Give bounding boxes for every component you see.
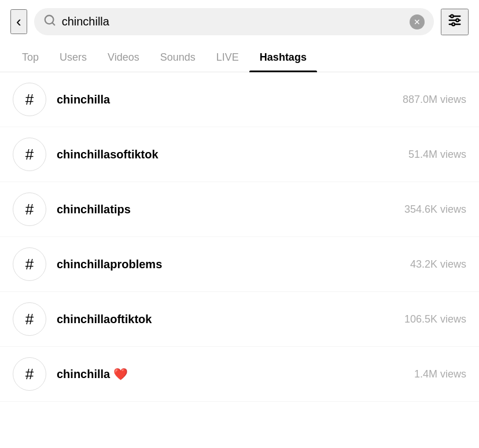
result-info: chinchillaproblems [57,258,400,271]
filter-button[interactable] [441,9,469,35]
result-views: 354.6K views [404,203,466,216]
result-info: chinchillatips [57,203,394,216]
svg-line-1 [52,23,54,25]
tabs-bar: Top Users Videos Sounds LIVE Hashtags [0,43,479,72]
search-icon [43,14,56,29]
result-name: chinchilla [57,93,110,106]
hashtag-icon: # [13,357,46,391]
hashtag-icon: # [13,83,46,116]
result-info: chinchilla [57,93,392,106]
svg-point-7 [452,23,455,25]
list-item[interactable]: # chinchillasoftiktok 51.4M views [0,127,479,182]
clear-icon: ✕ [414,17,421,27]
result-name: chinchilla ❤️ [57,368,128,380]
list-item[interactable]: # chinchilla ❤️ 1.4M views [0,347,479,402]
result-views: 1.4M views [414,368,466,380]
result-views: 43.2K views [410,258,466,271]
list-item[interactable]: # chinchillaproblems 43.2K views [0,237,479,292]
hashtag-icon: # [13,192,46,226]
result-info: chinchillaoftiktok [57,313,394,326]
result-views: 106.5K views [404,313,466,325]
svg-point-5 [451,14,454,17]
tab-live[interactable]: LIVE [206,43,249,72]
tab-top[interactable]: Top [12,43,49,72]
result-info: chinchilla ❤️ [57,367,404,381]
hashtag-icon: # [13,138,46,171]
result-name: chinchillatips [57,203,131,216]
hashtag-icon: # [13,247,46,281]
search-bar: ✕ [34,8,434,35]
result-views: 887.0M views [403,94,466,106]
list-item[interactable]: # chinchilla 887.0M views [0,72,479,127]
result-name: chinchillaoftiktok [57,313,152,325]
heart-emoji: ❤️ [110,368,128,380]
results-list: # chinchilla 887.0M views # chinchillaso… [0,72,479,402]
result-name: chinchillaproblems [57,258,162,271]
result-views: 51.4M views [408,149,466,161]
header: ‹ ✕ [0,0,479,43]
tab-sounds[interactable]: Sounds [150,43,206,72]
result-info: chinchillasoftiktok [57,148,398,161]
search-input[interactable] [62,15,404,28]
result-name: chinchillasoftiktok [57,148,159,161]
tab-videos[interactable]: Videos [97,43,150,72]
tab-users[interactable]: Users [49,43,97,72]
hashtag-icon: # [13,302,46,336]
tab-hashtags[interactable]: Hashtags [249,43,317,72]
list-item[interactable]: # chinchillatips 354.6K views [0,182,479,237]
clear-button[interactable]: ✕ [410,14,425,29]
list-item[interactable]: # chinchillaoftiktok 106.5K views [0,292,479,347]
back-button[interactable]: ‹ [10,9,27,34]
svg-point-6 [456,18,459,21]
